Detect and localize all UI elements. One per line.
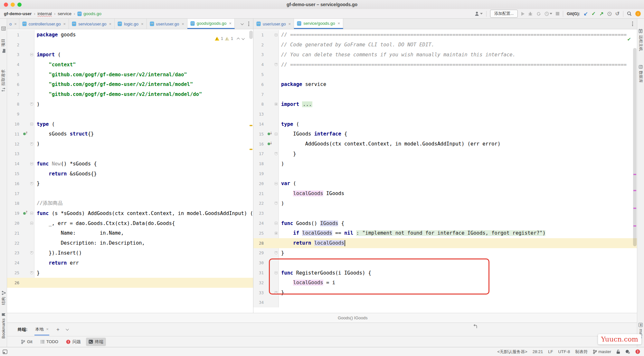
line-number[interactable]: 28 [253,238,266,248]
code-breadcrumb[interactable]: Goods() IGoods [338,315,368,320]
profiler-button[interactable] [545,12,552,16]
line-number[interactable]: 5 [253,70,266,80]
code-text[interactable]: return localGoods [279,240,637,246]
user-profile-button[interactable] [474,11,483,16]
code-line[interactable]: 4 "context" [7,60,253,70]
inspections-widget[interactable]: 1 1 [215,36,245,41]
fold-marker[interactable] [30,103,33,106]
fold-marker[interactable] [275,33,278,36]
code-line[interactable]: 11↑ sGoods struct{} [7,129,253,139]
line-number[interactable]: 25 [253,228,266,238]
code-line[interactable]: 33} [253,288,637,298]
code-text[interactable]: IGoods interface { [279,131,637,137]
changed-line-mark[interactable] [633,208,636,209]
line-number[interactable]: 15 [7,169,22,179]
code-line[interactable]: 30 [253,258,637,268]
code-text[interactable]: ) [279,201,637,206]
editor-tab[interactable]: service/user.go× [69,19,115,29]
close-icon[interactable]: × [46,327,49,332]
fold-marker[interactable] [30,212,33,215]
line-number[interactable]: 5 [7,70,22,80]
toolwindow-toggle-icon[interactable] [3,350,7,354]
coverage-icon[interactable] [536,12,541,16]
inspections-ok-icon[interactable]: ✔ [627,36,631,42]
code-text[interactable]: } [34,181,253,186]
code-line[interactable]: 14func New() *sGoods { [7,159,253,169]
line-number[interactable]: 30 [253,258,266,268]
changed-line-mark[interactable] [250,149,252,150]
code-line[interactable]: 4// ====================================… [253,60,637,70]
code-text[interactable]: }).Insert() [34,250,253,256]
fold-marker[interactable] [30,123,33,126]
code-line[interactable]: 14type ( [253,119,637,129]
code-line[interactable]: 18//添加商品 [7,199,253,209]
line-number[interactable]: 7 [7,89,22,99]
code-text[interactable]: "github.com/gogf/gf-demo-user/v2/interna… [34,81,253,87]
new-terminal-session-button[interactable]: + [56,326,60,333]
changed-line-mark[interactable] [250,125,252,126]
close-icon[interactable]: × [229,21,232,26]
code-line[interactable]: 13 [253,109,637,119]
status-encoding[interactable]: UTF-8 [558,349,570,354]
debug-icon[interactable] [528,12,533,16]
code-line[interactable]: 21 localGoods IGoods [253,189,637,199]
git-push-icon[interactable]: ↗ [599,11,603,16]
fold-marker[interactable] [275,103,278,106]
code-line[interactable]: 3// You can delete these comments if you… [253,50,637,60]
editor-tab[interactable]: user/user.go× [253,19,294,29]
code-line[interactable]: 25} [7,268,253,278]
code-line[interactable]: 26 [7,278,253,288]
code-text[interactable]: import ( [34,52,253,58]
notifications-icon[interactable] [625,350,630,354]
editor-tab[interactable]: o× [7,19,19,29]
toolwindow-git[interactable]: Git [18,338,35,345]
line-number[interactable]: 7 [253,89,266,99]
toolwindow-terminal[interactable]: 终端 [86,338,106,346]
line-number[interactable]: 17 [253,149,266,159]
implements-icon[interactable]: ↑ [23,211,28,215]
code-line[interactable]: 17 [7,189,253,199]
fold-marker[interactable] [275,63,278,66]
code-line[interactable]: 3import ( [7,50,253,60]
line-number[interactable]: 14 [7,159,22,169]
code-text[interactable]: localGoods = i [279,280,637,286]
line-number[interactable]: 10 [7,119,22,129]
toolwindow-problems[interactable]: 问题 [63,338,83,346]
line-number[interactable]: 8 [253,99,266,109]
editor-tab[interactable]: service/goods.go× [294,19,343,29]
update-available-icon[interactable]: ↑ [635,11,641,16]
line-number[interactable]: 24 [253,218,266,228]
breadcrumb-file[interactable]: goods.go [77,11,101,16]
line-number[interactable]: 21 [7,228,22,238]
code-text[interactable]: //添加商品 [34,200,253,207]
code-text[interactable]: Name: in.Name, [34,230,253,236]
code-line[interactable]: 5 [253,70,637,80]
line-number[interactable]: 31 [253,268,266,278]
close-icon[interactable]: × [14,22,17,26]
code-text[interactable]: ) [34,141,253,147]
line-number[interactable]: 18 [7,199,22,209]
implements-icon[interactable]: ↑ [23,132,28,136]
implemented-icon[interactable]: ↓ [268,142,272,146]
code-text[interactable]: return err [34,260,253,266]
line-number[interactable]: 20 [7,218,22,228]
code-text[interactable]: AddGoods(ctx context.Context, in model.G… [279,141,637,147]
fold-marker[interactable] [275,182,278,185]
scrollbar-thumb[interactable] [249,31,253,39]
code-line[interactable]: 29} [253,248,637,258]
line-number[interactable]: 29 [253,248,266,258]
fold-marker[interactable] [30,271,33,274]
code-line[interactable]: 8) [7,99,253,109]
fold-marker[interactable] [30,162,33,165]
editor-tab[interactable]: user/user.go× [147,19,187,29]
code-text[interactable]: Description: in.Description, [34,240,253,246]
code-text[interactable]: type ( [279,121,637,127]
code-line[interactable]: 15↓ IGoods interface { [253,129,637,139]
git-commit-icon[interactable]: ✓ [592,11,596,16]
fold-marker[interactable] [30,53,33,56]
next-problem-icon[interactable] [242,37,245,40]
code-text[interactable]: func RegisterGoods(i IGoods) { [279,270,637,276]
editor-tab[interactable]: goods/goods.go× [187,19,235,29]
code-line[interactable]: 20 _, err = dao.Goods.Ctx(ctx).Data(do.G… [7,218,253,228]
code-text[interactable]: import ... [279,101,637,107]
